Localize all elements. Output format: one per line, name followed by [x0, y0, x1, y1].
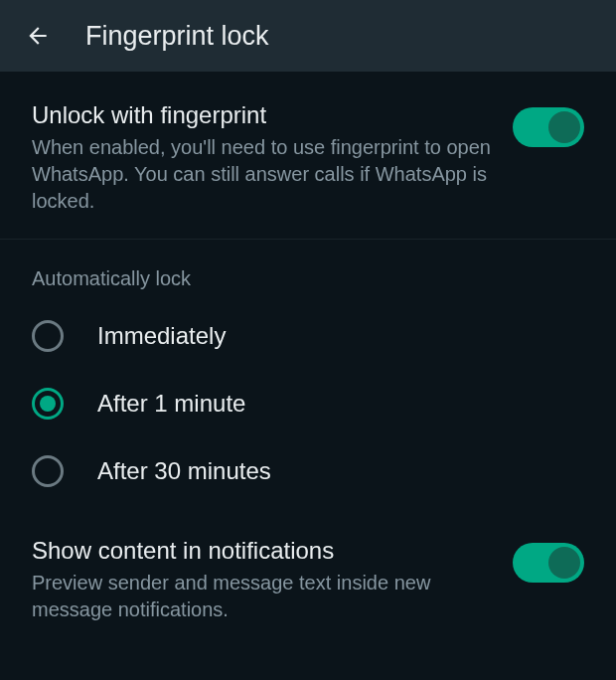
radio-label: Immediately [97, 322, 226, 350]
back-button[interactable] [18, 16, 58, 56]
autolock-section-header: Automatically lock [0, 240, 616, 302]
toggle-knob [548, 547, 580, 579]
radio-icon [32, 320, 64, 352]
notifications-title: Show content in notifications [32, 535, 493, 566]
radio-option-after-30-minutes[interactable]: After 30 minutes [0, 437, 616, 505]
notifications-text-block: Show content in notifications Preview se… [32, 535, 513, 623]
notifications-toggle[interactable] [513, 543, 584, 583]
radio-option-immediately[interactable]: Immediately [0, 302, 616, 370]
arrow-left-icon [25, 23, 51, 49]
notifications-description: Preview sender and message text inside n… [32, 570, 493, 623]
unlock-toggle[interactable] [513, 107, 584, 147]
radio-label: After 1 minute [97, 390, 245, 418]
radio-option-after-1-minute[interactable]: After 1 minute [0, 370, 616, 437]
settings-content: Unlock with fingerprint When enabled, yo… [0, 72, 616, 647]
radio-icon [32, 455, 64, 487]
radio-icon [32, 388, 64, 420]
unlock-text-block: Unlock with fingerprint When enabled, yo… [32, 99, 513, 215]
toggle-knob [548, 111, 580, 143]
unlock-title: Unlock with fingerprint [32, 99, 493, 130]
page-title: Fingerprint lock [85, 21, 269, 52]
radio-label: After 30 minutes [97, 457, 271, 485]
unlock-description: When enabled, you'll need to use fingerp… [32, 134, 493, 215]
show-content-notifications-setting[interactable]: Show content in notifications Preview se… [0, 505, 616, 647]
unlock-fingerprint-setting[interactable]: Unlock with fingerprint When enabled, yo… [0, 72, 616, 240]
app-header: Fingerprint lock [0, 0, 616, 72]
